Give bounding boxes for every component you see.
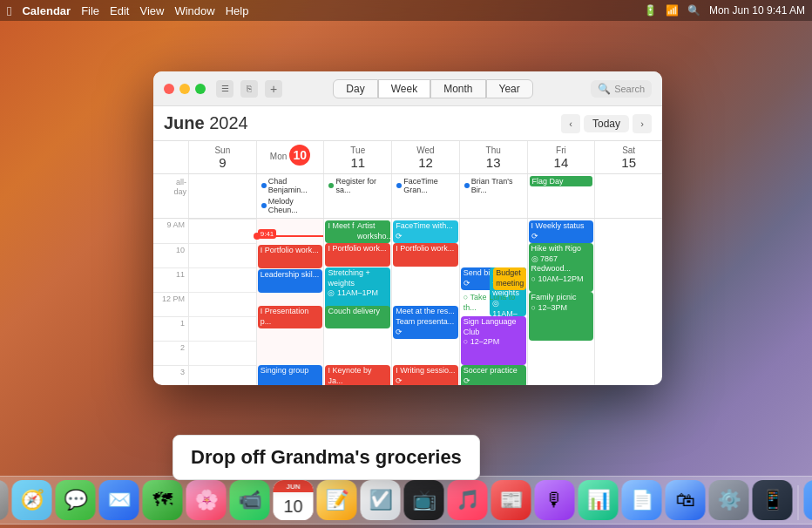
allday-wed: FaceTime Gran... bbox=[391, 174, 459, 218]
allday-event-melody[interactable]: Melody Cheun... bbox=[259, 196, 322, 215]
next-button[interactable]: › bbox=[633, 114, 652, 133]
dock-icon-reminders[interactable]: ☑️ bbox=[361, 480, 401, 520]
allday-event-flagday[interactable]: Flag Day bbox=[530, 176, 593, 186]
tooltip-text: Drop off Grandma's groceries bbox=[191, 446, 462, 468]
dock-icon-sysprefs[interactable]: ⚙️ bbox=[709, 480, 749, 520]
menu-view[interactable]: View bbox=[139, 4, 164, 17]
month-title: June bbox=[164, 113, 205, 132]
dock-icon-news[interactable]: 📰 bbox=[491, 480, 531, 520]
allday-label: all-day bbox=[153, 174, 188, 218]
dock-icon-iphone[interactable]: 📱 bbox=[753, 480, 793, 520]
day-col-tue: I Meet for coffee Artist worksho... I Po… bbox=[323, 219, 391, 385]
dock-icon-podcasts[interactable]: 🎙 bbox=[535, 480, 575, 520]
allday-event-facetime-gran[interactable]: FaceTime Gran... bbox=[394, 176, 457, 195]
event-picnic[interactable]: Family picnic○ 12–3PM bbox=[529, 292, 594, 341]
event-portfolio-wed[interactable]: I Portfolio work... bbox=[393, 243, 458, 267]
menu-help[interactable]: Help bbox=[226, 4, 249, 17]
dock-divider bbox=[798, 485, 799, 520]
dock-icon-airdrop[interactable]: 📡 bbox=[804, 480, 813, 520]
dock-icon-pages[interactable]: 📄 bbox=[622, 480, 662, 520]
share-button[interactable]: ⎘ bbox=[240, 80, 258, 98]
menubar-right: 🔋 📶 🔍 Mon Jun 10 9:41 AM bbox=[644, 4, 805, 17]
event-singing[interactable]: Singing group bbox=[258, 365, 323, 385]
event-leadership[interactable]: Leadership skil... bbox=[258, 269, 323, 293]
day-col-thu: Send birthday... ⟳ Stretching + weights◎… bbox=[459, 219, 527, 385]
event-luna[interactable]: ○ Take Luna to th... bbox=[461, 292, 526, 315]
traffic-lights bbox=[164, 84, 206, 94]
year-title: 2024 bbox=[209, 113, 248, 132]
close-button[interactable] bbox=[164, 84, 174, 94]
day-header-wed: Wed 12 bbox=[391, 141, 459, 173]
menu-file[interactable]: File bbox=[81, 4, 99, 17]
event-facetime-wed[interactable]: FaceTime with... ⟳ bbox=[393, 220, 458, 243]
event-hike[interactable]: Hike with Rigo◎ 7867 Redwood...○ 10AM–12… bbox=[529, 243, 594, 292]
sidebar-toggle[interactable]: ☰ bbox=[216, 80, 233, 98]
dock-icon-maps[interactable]: 🗺 bbox=[143, 480, 183, 520]
day-header-tue: Tue 11 bbox=[323, 141, 391, 173]
search-icon[interactable]: 🔍 bbox=[687, 4, 700, 17]
dock-icon-safari[interactable]: 🧭 bbox=[12, 480, 52, 520]
day-col-sun bbox=[188, 219, 256, 385]
menu-edit[interactable]: Edit bbox=[110, 4, 129, 17]
time-10: 10 bbox=[153, 243, 188, 267]
event-portfolio-mon[interactable]: I Portfolio work... bbox=[258, 245, 323, 268]
event-artist-workshop[interactable]: Artist worksho... bbox=[355, 220, 390, 243]
event-keynote[interactable]: I Keynote by Ja... bbox=[325, 365, 390, 385]
tab-year[interactable]: Year bbox=[486, 79, 533, 98]
tab-month[interactable]: Month bbox=[430, 79, 485, 98]
menubar:  Calendar Calendar File Edit View Windo… bbox=[0, 0, 812, 21]
wifi-icon: 📶 bbox=[666, 4, 679, 17]
app-name[interactable]: Calendar bbox=[22, 4, 71, 17]
fullscreen-button[interactable] bbox=[195, 84, 206, 94]
dock-icon-appstore[interactable]: 🛍 bbox=[666, 480, 706, 520]
event-budget[interactable]: Budget meeting bbox=[493, 267, 525, 290]
time-2: 2 bbox=[153, 341, 188, 365]
minimize-button[interactable] bbox=[179, 84, 190, 94]
tab-day[interactable]: Day bbox=[333, 79, 377, 98]
allday-sun bbox=[188, 174, 256, 218]
now-time-label: 9:41 bbox=[258, 229, 277, 239]
allday-event-chad[interactable]: Chad Benjamin... bbox=[259, 176, 322, 195]
cal-header: June 2024 ‹ Today › bbox=[153, 106, 662, 141]
time-11: 11 bbox=[153, 267, 188, 292]
dock-icon-facetime[interactable]: 📹 bbox=[230, 480, 270, 520]
dock-icon-calendar[interactable]: JUN 10 bbox=[274, 480, 314, 520]
event-writing[interactable]: I Writing sessio... ⟳ bbox=[393, 365, 458, 385]
allday-event-brian-bday[interactable]: Brian Tran's Bir... bbox=[462, 176, 525, 195]
day-col-mon: I Portfolio work... Leadership skil... I… bbox=[256, 219, 324, 385]
event-portfolio-tue[interactable]: I Portfolio work... bbox=[325, 243, 390, 267]
time-1: 1 bbox=[153, 316, 188, 341]
days-header: Sun 9 Mon 10 Tue 11 Wed 12 Thu 13 Fri 14 bbox=[153, 141, 662, 174]
dock-icon-launchpad[interactable]: 🚀 bbox=[0, 480, 9, 520]
dock-icon-notes[interactable]: 📝 bbox=[317, 480, 357, 520]
cal-title: June 2024 bbox=[164, 113, 248, 133]
today-button[interactable]: Today bbox=[584, 115, 629, 132]
tab-week[interactable]: Week bbox=[378, 79, 430, 98]
day-col-sat bbox=[594, 219, 662, 385]
add-event-button[interactable]: + bbox=[265, 80, 282, 98]
event-presentation-mon[interactable]: I Presentation p... bbox=[258, 306, 323, 328]
event-team-pres[interactable]: Team presenta... ⟳ bbox=[393, 316, 458, 339]
datetime: Mon Jun 10 9:41 AM bbox=[709, 4, 805, 17]
prev-button[interactable]: ‹ bbox=[561, 114, 580, 133]
day-header-sun: Sun 9 bbox=[188, 141, 256, 173]
allday-sat bbox=[594, 174, 662, 218]
menu-window[interactable]: Window bbox=[174, 4, 214, 17]
apple-menu[interactable]:  bbox=[7, 3, 11, 18]
dock: 🔵 🚀 🧭 💬 ✉️ 🗺 🌸 📹 JUN 10 📝 ☑️ 📺 🎵 📰 bbox=[0, 476, 812, 525]
event-sign-lang[interactable]: Sign Language Club○ 12–2PM bbox=[461, 316, 526, 365]
event-couch[interactable]: Couch delivery bbox=[325, 306, 390, 328]
event-soccer[interactable]: Soccer practice ⟳ bbox=[461, 365, 526, 385]
dock-icon-mail[interactable]: ✉️ bbox=[99, 480, 139, 520]
allday-event-register[interactable]: Register for sa... bbox=[326, 176, 389, 195]
menubar-left:  Calendar Calendar File Edit View Windo… bbox=[7, 3, 248, 18]
dock-icon-numbers[interactable]: 📊 bbox=[579, 480, 619, 520]
dock-icon-music[interactable]: 🎵 bbox=[448, 480, 488, 520]
dock-icon-messages[interactable]: 💬 bbox=[56, 480, 96, 520]
dock-icon-appletv[interactable]: 📺 bbox=[404, 480, 444, 520]
dock-icon-photos[interactable]: 🌸 bbox=[186, 480, 227, 520]
allday-tue: Register for sa... bbox=[323, 174, 391, 218]
search-box[interactable]: 🔍 Search bbox=[591, 80, 652, 98]
event-weekly-status[interactable]: I Weekly status ⟳ bbox=[529, 220, 594, 243]
time-12pm: 12 PM bbox=[153, 292, 188, 316]
